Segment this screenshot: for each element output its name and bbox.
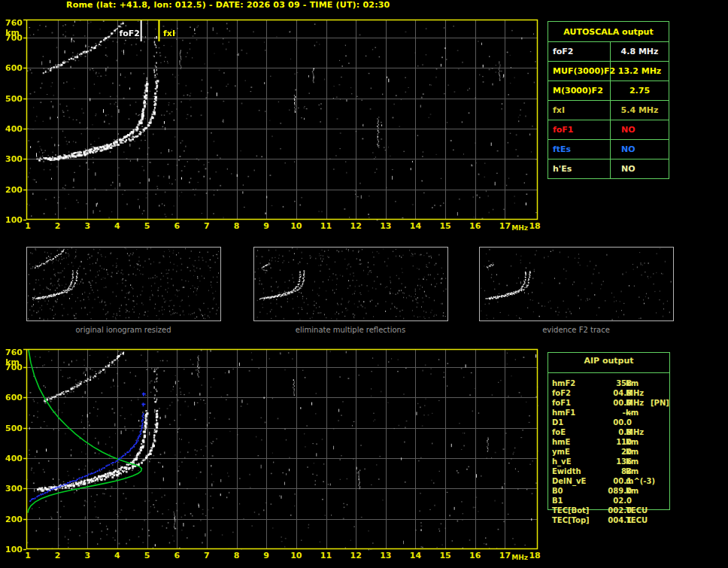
autoscala-row-hes: h'EsNO	[548, 159, 669, 178]
x-tick-label: 12	[350, 221, 361, 231]
aip-row-foe: foE0.8MHz	[548, 428, 698, 437]
y-axis-unit-label: km	[0, 28, 20, 38]
parameter-name: foF2	[548, 42, 611, 61]
panel-caption-original: original ionogram resized	[75, 326, 171, 334]
x-tick-label: 2	[55, 221, 61, 231]
aip-row-fof2: foF204.8MHz	[548, 389, 698, 398]
aip-output-table: AIP output hmF2358kmfoF204.8MHzfoF100.0M…	[548, 352, 675, 529]
parameter-name: foF1	[552, 399, 571, 407]
station-date-title: Rome (lat: +41.8, lon: 012.5) - DATE: 20…	[66, 0, 390, 10]
aip-row-delnve: DelN_vE00.1m^(-3)	[548, 477, 698, 486]
panel-eliminate-reflections	[253, 247, 448, 321]
parameter-name: B1	[552, 497, 563, 505]
x-tick-label: 9	[263, 221, 269, 231]
parameter-name: D1	[552, 418, 563, 427]
parameter-value: 110	[582, 438, 632, 446]
parameter-name: DelN_vE	[552, 477, 586, 485]
autoscala-row-fof1: foF1NO	[548, 120, 669, 139]
autoscala-output-table: AUTOSCALA output foF24.8 MHzMUF(3000)F21…	[548, 21, 669, 179]
parameter-unit: TECU	[626, 516, 648, 524]
x-tick-label: 5	[144, 551, 150, 560]
x-tick-label: 4	[114, 551, 120, 560]
parameter-unit: km	[626, 467, 639, 475]
y-axis-unit-label: km	[0, 357, 20, 367]
x-axis-unit-label: MHz	[511, 224, 528, 232]
x-tick-label: 2	[55, 551, 61, 560]
x-tick-label: 11	[320, 221, 332, 231]
fof2-marker-label: foF2	[113, 29, 140, 38]
aip-row-d1: D100.0	[548, 418, 698, 427]
autoscala-table-title: AUTOSCALA output	[548, 22, 669, 41]
x-tick-label: 15	[439, 551, 450, 560]
x-tick-label: 13	[380, 551, 391, 560]
autoscala-row-m3000f2: M(3000)F22.75	[548, 80, 669, 100]
parameter-value: 20	[582, 448, 632, 456]
autoscala-app-window: Rome (lat: +41.8, lon: 012.5) - DATE: 20…	[0, 0, 728, 568]
parameter-value: 5.4 MHz	[611, 101, 669, 120]
y-tick-label: 200	[0, 185, 23, 195]
parameter-unit: km	[626, 448, 639, 456]
parameter-unit: km	[626, 379, 639, 387]
x-tick-label: 16	[469, 551, 481, 560]
parameter-value: 13.2 MHz	[611, 62, 669, 80]
parameter-value: 83	[582, 467, 632, 475]
panel-original-ionogram	[26, 247, 221, 321]
parameter-name: ftEs	[548, 140, 611, 159]
x-tick-label: 6	[174, 551, 180, 560]
y-tick-label: 760	[0, 18, 23, 28]
fxi-marker-label: fxI	[163, 29, 175, 38]
parameter-name: B0	[552, 487, 563, 495]
aip-row-fof1: foF100.0MHz[PN]	[548, 399, 698, 408]
top-ionogram-plot	[23, 17, 541, 221]
autoscala-row-fof2: foF24.8 MHz	[548, 41, 669, 61]
parameter-name: foF1	[548, 120, 611, 139]
x-tick-label: 7	[204, 551, 210, 560]
parameter-name: fxI	[548, 101, 611, 120]
aip-row-b0: B0089.0km	[548, 487, 698, 496]
y-tick-label: 500	[0, 424, 23, 433]
parameter-name: M(3000)F2	[548, 81, 611, 100]
parameter-value: 2.75	[611, 81, 669, 100]
x-tick-label: 8	[234, 221, 240, 231]
x-tick-label: 7	[204, 221, 210, 231]
parameter-value: 004.1	[582, 516, 632, 524]
bottom-ionogram-profile-plot	[23, 346, 541, 551]
parameter-value: 4.8 MHz	[611, 42, 669, 61]
parameter-value: 002.0	[582, 506, 632, 515]
y-tick-label: 300	[0, 484, 23, 494]
aip-row-hmf2: hmF2358km	[548, 379, 698, 388]
parameter-name: foF2	[552, 389, 571, 397]
parameter-value: ---	[582, 409, 632, 417]
parameter-value: 04.8	[582, 389, 632, 397]
y-tick-label: 400	[0, 124, 23, 134]
x-tick-label: 10	[290, 551, 302, 560]
parameter-name: h'Es	[548, 159, 611, 178]
parameter-value: NO	[611, 159, 669, 178]
x-tick-label: 4	[114, 221, 120, 231]
parameter-value: 089.0	[582, 487, 632, 495]
x-tick-label: 10	[290, 221, 302, 231]
x-tick-label: 16	[469, 221, 481, 231]
aip-row-hmf1: hmF1---km	[548, 409, 698, 418]
parameter-value: 00.0	[582, 418, 632, 427]
parameter-unit: MHz	[626, 428, 644, 436]
parameter-name: hmF2	[552, 379, 575, 387]
parameter-unit: km	[626, 487, 639, 495]
aip-row-ewidth: Ewidth83km	[548, 467, 698, 476]
parameter-value: 02.0	[582, 497, 632, 505]
parameter-note: [PN]	[651, 399, 669, 407]
x-tick-label: 3	[84, 551, 90, 560]
panel-caption-eliminate: eliminate multiple reflections	[296, 326, 405, 334]
parameter-name: Ewidth	[552, 467, 581, 475]
x-tick-label: 14	[410, 221, 421, 231]
autoscala-row-muf3000f2: MUF(3000)F213.2 MHz	[548, 61, 669, 80]
y-tick-label: 300	[0, 154, 23, 164]
x-tick-label: 14	[410, 551, 421, 560]
autoscala-row-fxi: fxI5.4 MHz	[548, 100, 669, 120]
y-tick-label: 600	[0, 63, 23, 73]
parameter-unit: TECU	[626, 506, 648, 515]
parameter-value: NO	[611, 120, 669, 139]
aip-row-yme: ymE20km	[548, 448, 698, 457]
x-tick-label: 1	[25, 551, 31, 560]
parameter-value: 00.1	[582, 477, 632, 485]
